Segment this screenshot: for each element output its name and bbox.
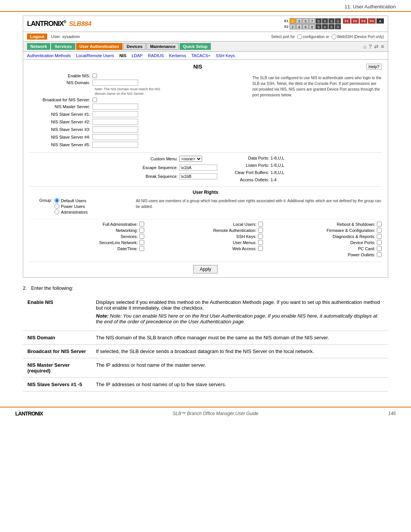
nis-domain-input[interactable] [92, 80, 138, 86]
port-e1-s2[interactable]: S [322, 18, 328, 24]
port-e2-s1[interactable]: S [315, 24, 322, 29]
tab-maintenance[interactable]: Maintenance [147, 43, 179, 50]
data-ports-row: Data Ports: 1-8,U,L [223, 156, 284, 160]
firmware-checkbox[interactable] [377, 228, 382, 233]
nav-icons: ⌂ ? ⇄ ≡ [363, 43, 384, 50]
default-users-radio[interactable] [54, 198, 59, 203]
webssh-radio-label[interactable]: WebSSH (Device Port only) [331, 34, 384, 39]
refresh-icon[interactable]: ⇄ [374, 43, 379, 50]
slave3-input[interactable] [92, 126, 138, 133]
user-menus-checkbox[interactable] [258, 240, 263, 245]
custom-menu-select[interactable]: <none> [179, 156, 202, 162]
page-footer: LANTRONIX SLB™ Branch Office Manager Use… [0, 407, 411, 420]
nis-domain-note-row: Note: The NIS Domain must match the NIS … [92, 87, 245, 96]
administrators-radio[interactable] [54, 209, 59, 214]
slave4-input[interactable] [92, 134, 138, 140]
sub-nav-nis[interactable]: NIS [119, 53, 126, 58]
power-users-radio[interactable] [54, 204, 59, 209]
page-header: 11: User Authentication [0, 0, 411, 12]
default-users-radio-label[interactable]: Default Users [54, 198, 88, 203]
term-slave-servers: NIS Slave Servers #1 -5 [23, 378, 91, 391]
slave4-row: NIS Slave Server #4: [29, 134, 245, 140]
home-icon[interactable]: ⌂ [363, 43, 366, 50]
ssh-keys-checkbox[interactable] [258, 234, 263, 239]
rights-left: Group: Default Users Power Users [29, 198, 128, 216]
port-e2-6[interactable]: 6 [303, 24, 309, 29]
sub-nav-auth-methods[interactable]: Authentication Methods [27, 53, 71, 58]
p4-btn[interactable]: P4 [368, 18, 376, 24]
tab-services[interactable]: Services [51, 43, 75, 50]
port-e2-s2[interactable]: S [322, 24, 328, 29]
diagnostics-checkbox[interactable] [377, 234, 382, 239]
port-e2-2[interactable]: 2 [290, 24, 296, 29]
services-checkbox[interactable] [139, 234, 144, 239]
apply-button[interactable]: Apply [193, 265, 218, 273]
slave5-label: NIS Slave Server #5: [29, 142, 90, 147]
p3-btn[interactable]: P3 [360, 18, 367, 24]
power-outlets-checkbox[interactable] [377, 252, 382, 257]
port-e1-s3[interactable]: S [328, 18, 335, 24]
enable-nis-checkbox[interactable] [92, 73, 97, 78]
slave5-input[interactable] [92, 142, 138, 148]
datetime-checkbox[interactable] [139, 246, 144, 251]
pc-card-row: PC Card: [267, 246, 382, 251]
port-e1-1[interactable]: 1 [290, 18, 296, 24]
securelinx-checkbox[interactable] [139, 240, 144, 245]
config-radio[interactable] [297, 34, 302, 39]
device-ports-checkbox[interactable] [377, 240, 382, 245]
port-e2-8[interactable]: 8 [309, 24, 315, 29]
tab-network[interactable]: Network [27, 43, 50, 50]
port-e1-s4[interactable]: S [335, 18, 341, 24]
port-e1-7[interactable]: 7 [309, 18, 315, 24]
remote-auth-checkbox[interactable] [258, 228, 263, 233]
port-e1-s1[interactable]: S [315, 18, 322, 24]
escape-seq-input[interactable] [179, 165, 217, 171]
slave1-input[interactable] [92, 111, 138, 117]
desc-slave-servers: The IP addresses or host names of up to … [91, 378, 388, 391]
data-ports-value: 1-8,U,L [271, 156, 284, 160]
form-left: Enable NIS: NIS Domain: Note: The NIS Do… [29, 73, 245, 149]
full-admin-checkbox[interactable] [139, 222, 144, 227]
pa-btn[interactable]: A [376, 18, 384, 24]
reboot-checkbox[interactable] [377, 222, 382, 227]
port-e1-3[interactable]: 3 [296, 18, 302, 24]
sub-nav-kerberos[interactable]: Kerberos [169, 53, 186, 58]
p2-btn[interactable]: P2 [351, 18, 359, 24]
nav-tabs: Network Services User Authentication Dev… [27, 43, 211, 50]
port-e2-s4[interactable]: S [335, 24, 341, 29]
web-access-checkbox[interactable] [258, 246, 263, 251]
nis-master-input[interactable] [92, 104, 138, 110]
help-icon[interactable]: ? [369, 43, 372, 50]
port-e1-5[interactable]: 5 [303, 18, 309, 24]
logout-button[interactable]: Logout [27, 34, 47, 40]
port-e2-s3[interactable]: S [328, 24, 335, 29]
sub-nav-ldap[interactable]: LDAP [132, 53, 143, 58]
p1-btn[interactable]: P1 [343, 18, 350, 24]
tab-devices[interactable]: Devices [123, 43, 146, 50]
tab-quick-setup[interactable]: Quick Setup [180, 43, 211, 50]
footer-brand: LANTRONIX [15, 411, 43, 417]
help-button[interactable]: Help? [366, 64, 382, 70]
sub-nav-local-remote[interactable]: Local/Remote Users [76, 53, 114, 58]
broadcast-checkbox[interactable] [92, 97, 97, 102]
slave1-label: NIS Slave Server #1: [29, 112, 90, 117]
rights-description: All NIS users are members of a group whi… [136, 198, 382, 216]
local-users-checkbox[interactable] [258, 222, 263, 227]
slb-model: SLB884 [69, 21, 91, 27]
custom-menu-label: Custom Menu: [132, 157, 178, 161]
power-users-radio-label[interactable]: Power Users [54, 204, 88, 209]
pc-card-checkbox[interactable] [377, 246, 382, 251]
tab-user-authentication[interactable]: User Authentication [76, 43, 123, 50]
networking-checkbox[interactable] [139, 228, 144, 233]
sub-nav-ssh-keys[interactable]: SSH Keys [216, 53, 235, 58]
break-seq-input[interactable] [179, 173, 217, 179]
sub-nav-tacacs[interactable]: TACACS+ [191, 53, 210, 58]
administrators-radio-label[interactable]: Administrators [54, 209, 88, 214]
webssh-radio[interactable] [331, 34, 336, 39]
port-e2-4[interactable]: 4 [296, 24, 302, 29]
config-radio-label[interactable]: configuration or [297, 34, 329, 39]
slave2-input[interactable] [92, 119, 138, 125]
menu-icon[interactable]: ≡ [381, 43, 384, 50]
sub-nav-radius[interactable]: RADIUS [148, 53, 164, 58]
desc-enable-nis: Displays selected if you enabled this me… [91, 296, 388, 331]
